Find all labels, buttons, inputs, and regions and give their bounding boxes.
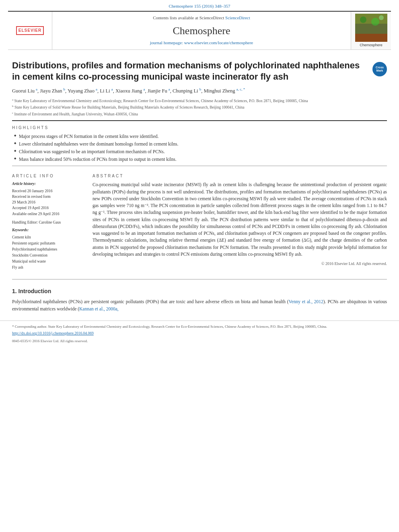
journal-homepage[interactable]: journal homepage: www.elsevier.com/locat… — [150, 40, 253, 46]
sciencedirect-link[interactable]: ScienceDirect — [225, 15, 250, 20]
handling-editor-label: Handling Editor: — [12, 220, 39, 224]
affiliation-a-text: State Key Laboratory of Environmental Ch… — [14, 99, 308, 103]
journal-header: ELSEVIER Contents lists available at Sci… — [8, 11, 391, 49]
journal-citation: Chemosphere 155 (2016) 348–357 — [0, 0, 399, 11]
svg-point-4 — [360, 16, 366, 23]
affiliation-b: b State Key Laboratory of Solid Waste Re… — [12, 105, 387, 110]
cover-label: Chemosphere — [360, 43, 383, 48]
svg-rect-3 — [355, 34, 387, 42]
affiliation-c-text: Institute of Environment and Health, Jia… — [14, 112, 138, 116]
cover-image — [355, 14, 387, 42]
revised-date: Received in revised form29 March 2016 — [12, 194, 84, 205]
abstract-text: Co-processing municipal solid waste inci… — [93, 181, 387, 258]
footer: * Corresponding author. State Key Labora… — [0, 320, 399, 347]
doi-link: http://dx.doi.org/10.1016/j.chemosphere.… — [12, 331, 387, 336]
available-date: Available online 29 April 2016 — [12, 211, 84, 217]
page: Chemosphere 155 (2016) 348–357 ELSEVIER … — [0, 0, 399, 347]
svg-rect-2 — [355, 24, 387, 34]
section-number: 1. — [12, 288, 17, 294]
section-title: Introduction — [19, 288, 51, 294]
divider-top — [12, 120, 387, 121]
divider-highlights — [12, 166, 387, 166]
crossmark-badge: Cross Mark — [372, 62, 387, 76]
footnote-text: * Corresponding author. State Key Labora… — [12, 324, 387, 329]
cover-image-container: Chemosphere — [351, 12, 391, 49]
highlights-label: HIGHLIGHTS — [12, 125, 387, 131]
article-info-abstract: ARTICLE INFO Article history: Received 2… — [12, 169, 387, 271]
highlight-item: Mass balance indicated 50% reduction of … — [14, 156, 387, 162]
svg-point-6 — [379, 15, 384, 20]
keyword-stockholm: Stockholm Convention — [12, 253, 84, 259]
elsevier-logo: ELSEVIER — [16, 26, 44, 35]
copyright-line: © 2016 Elsevier Ltd. All rights reserved… — [93, 261, 387, 267]
svg-text:Mark: Mark — [376, 69, 383, 72]
intro-paragraph-1: Polychlorinated naphthalenes (PCNs) are … — [12, 298, 387, 312]
journal-title: Chemosphere — [173, 24, 230, 38]
keyword-msw: Municipal solid waste — [12, 259, 84, 265]
authors: Guorui Liu a, Jiayu Zhan b, Yuyang Zhao … — [12, 87, 387, 95]
journal-header-center: Contents lists available at ScienceDirec… — [52, 12, 351, 49]
intro-title: 1. Introduction — [12, 288, 387, 296]
intro-text: Polychlorinated naphthalenes (PCNs) are … — [12, 298, 387, 312]
ref-venny[interactable]: Venny et al., 2012 — [289, 299, 323, 304]
abstract-paragraph: Co-processing municipal solid waste inci… — [93, 181, 387, 258]
affiliations: a State Key Laboratory of Environmental … — [12, 98, 387, 117]
article-info-label: ARTICLE INFO — [12, 173, 84, 179]
highlight-item: Major process stages of PCN formation in… — [14, 133, 387, 140]
article-title: Distributions, profiles and formation me… — [12, 60, 368, 83]
elsevier-logo-container: ELSEVIER — [8, 12, 52, 49]
keyword-pcn: Polychlorinated naphthalenes — [12, 246, 84, 253]
affiliation-b-text: State Key Laboratory of Solid Waste Reus… — [14, 105, 245, 109]
highlight-item: Chlorination was suggested to be an impo… — [14, 148, 387, 155]
issn-line: 0045-6535/© 2016 Elsevier Ltd. All right… — [12, 339, 387, 344]
affiliation-c: c Institute of Environment and Health, J… — [12, 111, 387, 117]
crossmark-icon: Cross Mark — [372, 62, 387, 76]
article-info-column: ARTICLE INFO Article history: Received 2… — [12, 169, 84, 271]
article-history: Article history: Received 20 January 201… — [12, 181, 84, 217]
handling-editor: Handling Editor: Caroline Gaus — [12, 220, 84, 225]
handling-editor-name: Caroline Gaus — [39, 220, 61, 224]
main-content: Distributions, profiles and formation me… — [0, 50, 399, 275]
svg-point-5 — [371, 18, 379, 26]
highlights-list: Major process stages of PCN formation in… — [12, 133, 387, 162]
affiliation-a: a State Key Laboratory of Environmental … — [12, 98, 387, 104]
keywords-label: Keywords: — [12, 228, 84, 233]
keyword-cement-kiln: Cement kiln — [12, 234, 84, 240]
introduction-section: 1. Introduction Polychlorinated naphthal… — [0, 288, 399, 312]
journal-citation-text: Chemosphere 155 (2016) 348–357 — [169, 4, 230, 8]
keywords-section: Keywords: Cement kiln Persistent organic… — [12, 228, 84, 271]
received-date: Received 20 January 2016 — [12, 188, 84, 194]
keyword-pop: Persistent organic pollutants — [12, 240, 84, 246]
article-title-container: Distributions, profiles and formation me… — [12, 60, 387, 83]
ref-kannan[interactable]: Kannan et al., 2000a, — [79, 306, 119, 311]
highlight-item: Lower chlorinated naphthalenes were the … — [14, 141, 387, 147]
article-history-label: Article history: — [12, 181, 84, 187]
doi-anchor[interactable]: http://dx.doi.org/10.1016/j.chemosphere.… — [12, 331, 94, 335]
sciencedirect-text: Contents lists available at ScienceDirec… — [153, 15, 250, 21]
divider-mid — [12, 279, 387, 279]
accepted-date: Accepted 19 April 2016 — [12, 205, 84, 211]
abstract-column: ABSTRACT Co-processing municipal solid w… — [93, 169, 387, 271]
abstract-label: ABSTRACT — [93, 173, 387, 179]
keyword-flyash: Fly ash — [12, 265, 84, 271]
svg-text:Cross: Cross — [376, 66, 384, 69]
